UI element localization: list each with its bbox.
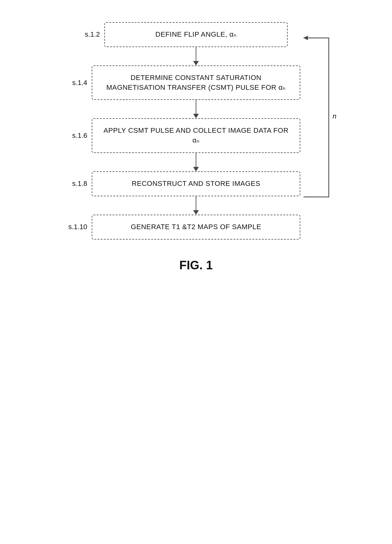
arrow-s1-2-to-s1-4 — [193, 47, 199, 65]
step-box-s1-4: DETERMINE CONSTANT SATURATION MAGNETISAT… — [92, 65, 300, 100]
step-box-s1-2: DEFINE FLIP ANGLE, αₙ — [104, 22, 288, 47]
step-label-s1-4: s.1.4 — [63, 79, 92, 87]
step-label-s1-6: s.1.6 — [63, 131, 92, 140]
step-box-s1-10: GENERATE T1 &T2 MAPS OF SAMPLE — [92, 215, 300, 240]
step-row-s1-2: s.1.2 DEFINE FLIP ANGLE, αₙ — [54, 22, 338, 47]
step-row-s1-6: s.1.6 APPLY CSMT PULSE AND COLLECT IMAGE… — [54, 118, 338, 153]
arrow-s1-4-to-s1-6 — [193, 100, 199, 118]
step-row-s1-4: s.1.4 DETERMINE CONSTANT SATURATION MAGN… — [54, 65, 338, 100]
step-label-s1-2: s.1.2 — [76, 30, 104, 39]
step-box-s1-8: RECONSTRUCT AND STORE IMAGES — [92, 171, 300, 196]
step-row-s1-10: s.1.10 GENERATE T1 &T2 MAPS OF SAMPLE — [54, 215, 338, 240]
flowchart: n s.1.2 DEFINE FLIP ANGLE, αₙ s.1.4 DETE… — [54, 19, 338, 240]
step-label-s1-8: s.1.8 — [63, 180, 92, 188]
step-box-s1-6: APPLY CSMT PULSE AND COLLECT IMAGE DATA … — [92, 118, 300, 153]
step-label-s1-10: s.1.10 — [63, 223, 92, 231]
arrow-s1-8-to-s1-10 — [193, 196, 199, 215]
figure-caption: FIG. 1 — [179, 259, 213, 272]
step-row-s1-8: s.1.8 RECONSTRUCT AND STORE IMAGES — [54, 171, 338, 196]
arrow-s1-6-to-s1-8 — [193, 153, 199, 171]
